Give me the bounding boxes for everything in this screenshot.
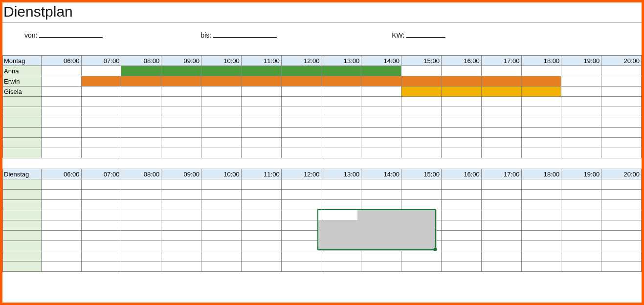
time-cell[interactable] bbox=[281, 231, 321, 241]
schedule-grid[interactable]: Montag06:0007:0008:0009:0010:0011:0012:0… bbox=[2, 55, 642, 282]
time-cell[interactable] bbox=[281, 261, 321, 272]
time-cell[interactable] bbox=[601, 138, 642, 148]
time-cell[interactable] bbox=[81, 220, 121, 231]
time-cell[interactable] bbox=[241, 179, 281, 190]
time-cell[interactable] bbox=[201, 241, 242, 251]
shift-bar-orange[interactable] bbox=[161, 76, 201, 87]
time-cell[interactable] bbox=[41, 128, 81, 138]
time-cell[interactable] bbox=[441, 220, 481, 231]
time-cell[interactable] bbox=[561, 138, 601, 148]
time-cell[interactable] bbox=[121, 117, 161, 128]
time-cell[interactable] bbox=[41, 261, 81, 272]
time-cell[interactable] bbox=[161, 200, 201, 210]
time-cell[interactable] bbox=[481, 231, 521, 241]
time-cell[interactable] bbox=[601, 210, 642, 220]
time-cell[interactable] bbox=[121, 128, 161, 138]
time-cell[interactable] bbox=[241, 128, 281, 138]
time-cell[interactable] bbox=[561, 97, 601, 107]
time-cell[interactable] bbox=[441, 261, 481, 272]
time-cell[interactable] bbox=[281, 87, 321, 97]
time-cell[interactable] bbox=[161, 87, 201, 97]
time-cell[interactable] bbox=[81, 117, 121, 128]
time-cell[interactable] bbox=[441, 138, 481, 148]
time-cell[interactable] bbox=[601, 190, 642, 200]
time-cell[interactable] bbox=[601, 97, 642, 107]
time-cell[interactable] bbox=[241, 97, 281, 107]
time-cell[interactable] bbox=[241, 261, 281, 272]
time-cell[interactable] bbox=[201, 138, 242, 148]
time-cell[interactable] bbox=[561, 190, 601, 200]
time-cell[interactable] bbox=[161, 179, 201, 190]
shift-bar-green[interactable] bbox=[361, 66, 401, 76]
time-cell[interactable] bbox=[201, 251, 242, 261]
time-cell[interactable] bbox=[241, 148, 281, 158]
time-cell[interactable] bbox=[161, 231, 201, 241]
time-cell[interactable] bbox=[81, 190, 121, 200]
shift-bar-orange[interactable] bbox=[201, 76, 242, 87]
time-cell[interactable] bbox=[241, 200, 281, 210]
time-cell[interactable] bbox=[401, 117, 442, 128]
time-cell[interactable] bbox=[481, 179, 521, 190]
time-cell[interactable] bbox=[41, 251, 81, 261]
time-cell[interactable] bbox=[241, 220, 281, 231]
time-cell[interactable] bbox=[281, 128, 321, 138]
time-cell[interactable] bbox=[561, 210, 601, 220]
time-cell[interactable] bbox=[161, 107, 201, 117]
time-cell[interactable] bbox=[481, 117, 521, 128]
time-cell[interactable] bbox=[521, 128, 561, 138]
time-cell[interactable] bbox=[401, 138, 442, 148]
time-cell[interactable] bbox=[241, 117, 281, 128]
shift-bar-orange[interactable] bbox=[321, 76, 361, 87]
time-cell[interactable] bbox=[521, 97, 561, 107]
time-cell[interactable] bbox=[41, 138, 81, 148]
time-cell[interactable] bbox=[321, 117, 361, 128]
time-cell[interactable] bbox=[241, 251, 281, 261]
time-cell[interactable] bbox=[441, 231, 481, 241]
time-cell[interactable] bbox=[441, 210, 481, 220]
shift-bar-orange[interactable] bbox=[81, 76, 121, 87]
time-cell[interactable] bbox=[601, 179, 642, 190]
time-cell[interactable] bbox=[361, 107, 401, 117]
time-cell[interactable] bbox=[161, 138, 201, 148]
time-cell[interactable] bbox=[361, 179, 401, 190]
time-cell[interactable] bbox=[41, 107, 81, 117]
time-cell[interactable] bbox=[441, 241, 481, 251]
time-cell[interactable] bbox=[41, 241, 81, 251]
time-cell[interactable] bbox=[161, 220, 201, 231]
time-cell[interactable] bbox=[441, 128, 481, 138]
time-cell[interactable] bbox=[81, 97, 121, 107]
time-cell[interactable] bbox=[521, 251, 561, 261]
time-cell[interactable] bbox=[561, 179, 601, 190]
shift-bar-yellow[interactable] bbox=[521, 87, 561, 97]
time-cell[interactable] bbox=[561, 148, 601, 158]
time-cell[interactable] bbox=[441, 107, 481, 117]
time-cell[interactable] bbox=[201, 97, 242, 107]
time-cell[interactable] bbox=[321, 261, 361, 272]
time-cell[interactable] bbox=[321, 251, 361, 261]
shift-bar-green[interactable] bbox=[281, 66, 321, 76]
time-cell[interactable] bbox=[601, 117, 642, 128]
shift-bar-green[interactable] bbox=[201, 66, 242, 76]
time-cell[interactable] bbox=[441, 200, 481, 210]
time-cell[interactable] bbox=[41, 76, 81, 87]
shift-bar-orange[interactable] bbox=[241, 76, 281, 87]
time-cell[interactable] bbox=[321, 138, 361, 148]
time-cell[interactable] bbox=[441, 66, 481, 76]
time-cell[interactable] bbox=[321, 128, 361, 138]
shift-bar-green[interactable] bbox=[121, 66, 161, 76]
shift-bar-orange[interactable] bbox=[401, 76, 442, 87]
time-cell[interactable] bbox=[281, 200, 321, 210]
time-cell[interactable] bbox=[81, 241, 121, 251]
shift-bar-orange[interactable] bbox=[441, 76, 481, 87]
shift-bar-orange[interactable] bbox=[521, 76, 561, 87]
time-cell[interactable] bbox=[161, 148, 201, 158]
time-cell[interactable] bbox=[321, 179, 361, 190]
time-cell[interactable] bbox=[561, 76, 601, 87]
time-cell[interactable] bbox=[321, 107, 361, 117]
time-cell[interactable] bbox=[41, 210, 81, 220]
time-cell[interactable] bbox=[561, 231, 601, 241]
shift-bar-green[interactable] bbox=[321, 66, 361, 76]
time-cell[interactable] bbox=[481, 148, 521, 158]
time-cell[interactable] bbox=[281, 179, 321, 190]
time-cell[interactable] bbox=[41, 220, 81, 231]
